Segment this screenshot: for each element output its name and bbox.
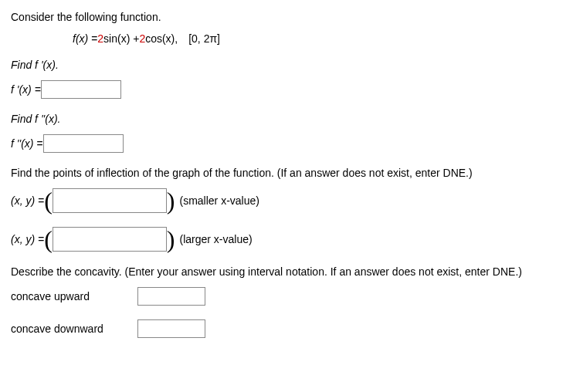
paren-close-icon: ) (167, 188, 175, 213)
q2-row: f ''(x) = (11, 134, 562, 153)
xy-label: (x, y) = (11, 233, 44, 245)
concave-up-input[interactable] (137, 287, 205, 306)
paren-open-icon: ( (44, 227, 53, 252)
q3-prompt: Find the points of inflection of the gra… (11, 167, 562, 179)
q2-label: f ''(x) = (11, 137, 43, 150)
q1-row: f '(x) = (11, 80, 562, 99)
inflection-large-input[interactable] (53, 227, 167, 252)
note-smaller: (smaller x-value) (179, 194, 259, 207)
q1-prompt: Find f '(x). (11, 59, 562, 71)
intro-text: Consider the following function. (11, 11, 562, 23)
paren-close-icon: ) (167, 227, 175, 252)
fdoubleprime-input[interactable] (43, 134, 124, 153)
q4-prompt: Describe the concavity. (Enter your answ… (11, 265, 562, 278)
q2-prompt: Find f ''(x). (11, 113, 562, 125)
q1-label: f '(x) = (11, 83, 41, 96)
function-definition: f(x) = 2 sin(x) + 2 cos(x), [0, 2π] (73, 32, 562, 45)
note-larger: (larger x-value) (179, 233, 252, 245)
q4-up-row: concave upward (11, 287, 562, 306)
inflection-small-input[interactable] (53, 188, 167, 213)
q4-down-row: concave downward (11, 319, 562, 338)
concave-down-label: concave downward (11, 323, 137, 335)
concave-down-input[interactable] (137, 319, 205, 338)
q3-row-large: (x, y) = ( ) (larger x-value) (11, 227, 562, 252)
xy-label: (x, y) = (11, 194, 44, 207)
fprime-input[interactable] (41, 80, 121, 99)
paren-open-icon: ( (44, 188, 53, 213)
concave-up-label: concave upward (11, 290, 137, 302)
q3-row-small: (x, y) = ( ) (smaller x-value) (11, 188, 562, 213)
